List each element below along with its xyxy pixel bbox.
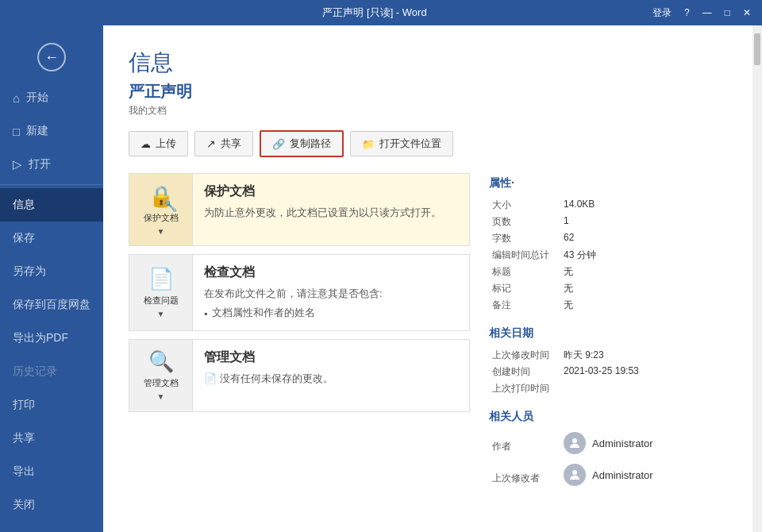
- sidebar-item-lishi: 历史记录: [0, 355, 103, 388]
- link-icon: 🔗: [272, 138, 285, 150]
- scrollbar[interactable]: [752, 25, 762, 532]
- dates-table: 上次修改时间 昨天 9:23 创建时间 2021-03-25 19:53 上次打…: [489, 347, 727, 397]
- sidebar: ← ⌂ 开始 □ 新建 ▷ 打开 信息 保存 另存为 保存到百度网盘 导出为PD…: [0, 25, 103, 532]
- svg-point-1: [572, 470, 577, 475]
- properties-table: 大小 14.0KB 页数 1 字数 62 编辑时间总计 43 分钟: [489, 197, 727, 314]
- open-location-button[interactable]: 📁 打开文件位置: [350, 131, 453, 156]
- prop-row-words: 字数 62: [489, 230, 727, 247]
- share-icon: ↗: [206, 137, 216, 150]
- person-row-author: 作者 Administrator: [489, 430, 727, 462]
- page-title: 信息: [129, 48, 727, 78]
- dates-title: 相关日期: [489, 326, 727, 341]
- login-button[interactable]: 登录: [648, 5, 676, 21]
- bullet-icon: ▪: [204, 306, 207, 321]
- titlebar-title: 严正声明 [只读] - Word: [102, 6, 648, 20]
- help-button[interactable]: ?: [679, 6, 695, 20]
- folder-icon: 📁: [362, 138, 375, 150]
- inspect-dropdown-arrow: ▼: [157, 310, 165, 318]
- lock-icon: 🔒 🔧: [148, 184, 174, 209]
- sidebar-item-baocundao[interactable]: 保存到百度网盘: [0, 288, 103, 322]
- open-icon: ▷: [13, 157, 22, 172]
- sidebar-item-kaishi[interactable]: ⌂ 开始: [0, 81, 103, 114]
- person-row-modifier: 上次修改者 Administrator: [489, 462, 727, 494]
- home-icon: ⌂: [13, 91, 20, 105]
- protect-card-body: 保护文档 为防止意外更改，此文档已设置为以只读方式打开。: [193, 174, 469, 245]
- sidebar-item-dayin[interactable]: 打印: [0, 388, 103, 422]
- svg-point-0: [572, 438, 577, 443]
- author-avatar: [564, 432, 586, 454]
- app-body: ← ⌂ 开始 □ 新建 ▷ 打开 信息 保存 另存为 保存到百度网盘 导出为PD…: [0, 25, 762, 532]
- protect-card: 🔒 🔧 保护文档 ▼ 保护文档 为防止意外更改，此文档已设置为以只读方式打开。: [129, 173, 470, 246]
- author-row: Administrator: [564, 432, 724, 454]
- minimize-button[interactable]: —: [698, 6, 717, 20]
- sidebar-item-gongxiang[interactable]: 共享: [0, 422, 103, 455]
- sidebar-divider-1: [0, 184, 103, 185]
- author-name: Administrator: [592, 438, 653, 449]
- sidebar-item-guanbi[interactable]: 关闭: [0, 488, 103, 522]
- date-row-modified: 上次修改时间 昨天 9:23: [489, 347, 727, 364]
- manage-icon: 🔍: [148, 349, 174, 374]
- close-button[interactable]: ✕: [738, 6, 756, 20]
- doc-title: 严正声明: [129, 81, 727, 102]
- doc-info: 严正声明 我的文档: [129, 81, 727, 118]
- protect-dropdown-arrow: ▼: [157, 227, 165, 236]
- info-cards-column: 🔒 🔧 保护文档 ▼ 保护文档 为防止意外更改，此文档已设置为以只读方式打开。: [129, 173, 470, 507]
- protect-card-icon[interactable]: 🔒 🔧 保护文档 ▼: [129, 174, 193, 245]
- modifier-avatar: [564, 464, 586, 486]
- manage-desc-icon: 📄: [204, 372, 220, 384]
- info-sections: 🔒 🔧 保护文档 ▼ 保护文档 为防止意外更改，此文档已设置为以只读方式打开。: [129, 173, 727, 507]
- sidebar-item-linglebaocun[interactable]: 另存为: [0, 255, 103, 288]
- properties-panel: 属性· 大小 14.0KB 页数 1 字数 62 编辑时间总: [489, 173, 727, 507]
- titlebar: 严正声明 [只读] - Word 登录 ? — □ ✕: [0, 0, 762, 25]
- manage-card: 🔍 管理文档 ▼ 管理文档 📄 没有任何未保存的更改。: [129, 339, 470, 412]
- manage-dropdown-arrow: ▼: [157, 392, 165, 401]
- prop-row-pages: 页数 1: [489, 214, 727, 230]
- scrollbar-thumb[interactable]: [754, 33, 760, 65]
- date-row-printed: 上次打印时间: [489, 380, 727, 397]
- prop-row-notes: 备注 无: [489, 297, 727, 314]
- new-icon: □: [13, 125, 20, 138]
- content-area: 信息 严正声明 我的文档 ☁ 上传 ↗ 共享 🔗 复制路径 📁 打开文件位置: [103, 25, 752, 532]
- sidebar-item-daochuPDF[interactable]: 导出为PDF: [0, 322, 103, 355]
- back-button[interactable]: ←: [0, 33, 103, 81]
- properties-title: 属性·: [489, 176, 727, 191]
- inspect-card-body: 检查文档 在发布此文件之前，请注意其是否包含: ▪ 文档属性和作者的姓名: [193, 255, 469, 330]
- inspect-card-icon[interactable]: 📄 检查问题 ▼: [129, 255, 193, 330]
- people-table: 作者 Administrator: [489, 430, 727, 494]
- prop-row-title: 标题 无: [489, 264, 727, 280]
- inspect-card: 📄 检查问题 ▼ 检查文档 在发布此文件之前，请注意其是否包含: ▪ 文档属性和…: [129, 254, 470, 331]
- people-title: 相关人员: [489, 410, 727, 424]
- prop-row-edittime: 编辑时间总计 43 分钟: [489, 247, 727, 264]
- manage-card-body: 管理文档 📄 没有任何未保存的更改。: [193, 340, 469, 411]
- share-button[interactable]: ↗ 共享: [194, 131, 253, 156]
- maximize-button[interactable]: □: [720, 6, 735, 20]
- prop-row-size: 大小 14.0KB: [489, 197, 727, 214]
- doc-location: 我的文档: [129, 104, 727, 118]
- upload-icon: ☁: [140, 138, 151, 150]
- sidebar-item-dakai[interactable]: ▷ 打开: [0, 148, 103, 181]
- back-circle-icon: ←: [37, 43, 66, 71]
- titlebar-controls: 登录 ? — □ ✕: [648, 5, 756, 21]
- modifier-row: Administrator: [564, 464, 724, 486]
- sidebar-item-xinxi[interactable]: 信息: [0, 188, 103, 222]
- sidebar-item-xinjian[interactable]: □ 新建: [0, 114, 103, 148]
- upload-button[interactable]: ☁ 上传: [129, 131, 188, 156]
- sidebar-item-daochu[interactable]: 导出: [0, 455, 103, 488]
- copy-path-button[interactable]: 🔗 复制路径: [260, 130, 344, 157]
- sidebar-item-baocun[interactable]: 保存: [0, 222, 103, 255]
- prop-row-tags: 标记 无: [489, 280, 727, 297]
- manage-card-icon[interactable]: 🔍 管理文档 ▼: [129, 340, 193, 411]
- date-row-created: 创建时间 2021-03-25 19:53: [489, 364, 727, 380]
- modifier-name: Administrator: [592, 469, 653, 481]
- bullet-item-1: ▪ 文档属性和作者的姓名: [204, 305, 458, 321]
- action-buttons-row: ☁ 上传 ↗ 共享 🔗 复制路径 📁 打开文件位置: [129, 130, 727, 157]
- inspect-icon: 📄: [148, 267, 174, 291]
